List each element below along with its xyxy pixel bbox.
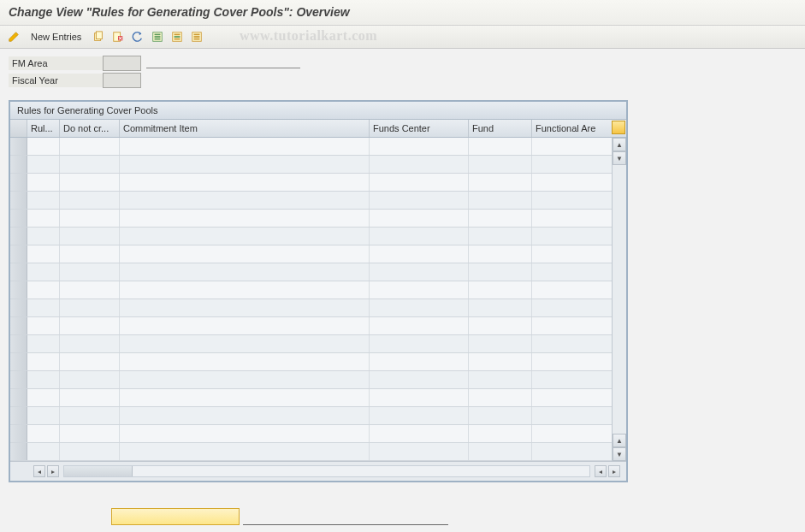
row-selector[interactable] — [10, 425, 27, 442]
col-commitment-item[interactable]: Commitment Item — [120, 120, 370, 137]
row-selector[interactable] — [10, 192, 27, 209]
copy-as-icon[interactable] — [90, 28, 107, 45]
title-bar: Change View "Rules for Generating Cover … — [0, 0, 805, 26]
hscroll-track-left[interactable] — [63, 465, 590, 477]
svg-rect-14 — [194, 36, 200, 38]
svg-rect-10 — [175, 36, 181, 38]
toolbar: New Entries www.tutorialkart.com — [0, 26, 805, 49]
svg-rect-6 — [155, 36, 161, 38]
svg-rect-5 — [155, 34, 161, 36]
table-row[interactable] — [10, 263, 612, 281]
scroll-first-icon[interactable]: ◂ — [33, 465, 45, 477]
configure-columns-icon[interactable] — [612, 121, 625, 134]
page-title: Change View "Rules for Generating Cover … — [9, 5, 350, 19]
table-row[interactable] — [10, 317, 612, 335]
table-row[interactable] — [10, 210, 612, 228]
content-area: FM Area Fiscal Year Rules for Generating… — [0, 49, 805, 532]
fiscal-year-input[interactable] — [103, 73, 141, 88]
row-selector[interactable] — [10, 138, 27, 155]
row-selector[interactable] — [10, 245, 27, 263]
table-row[interactable] — [10, 425, 612, 443]
fm-area-description — [146, 58, 300, 68]
row-selector-header — [10, 120, 27, 137]
scroll-left-icon[interactable]: ▸ — [47, 465, 59, 477]
row-selector[interactable] — [10, 299, 27, 316]
row-selector[interactable] — [10, 263, 27, 281]
grid-title: Rules for Generating Cover Pools — [10, 102, 626, 120]
rules-grid: Rules for Generating Cover Pools Rul... … — [9, 100, 628, 482]
table-row[interactable] — [10, 245, 612, 263]
delete-icon[interactable] — [110, 28, 127, 45]
scroll-track[interactable] — [613, 165, 626, 434]
fm-area-label: FM Area — [9, 56, 103, 70]
table-row[interactable] — [10, 335, 612, 353]
scroll-page-down-icon[interactable]: ▲ — [613, 434, 626, 447]
col-do-not-create[interactable]: Do not cr... — [60, 120, 120, 137]
position-input[interactable] — [111, 508, 240, 525]
table-row[interactable] — [10, 407, 612, 425]
horizontal-scrollbar: ◂ ▸ ◂ ▸ — [10, 461, 626, 481]
table-row[interactable] — [10, 353, 612, 371]
scroll-up-icon[interactable]: ▲ — [613, 138, 626, 151]
fm-area-row: FM Area — [9, 56, 796, 71]
row-selector[interactable] — [10, 174, 27, 191]
table-row[interactable] — [10, 156, 612, 174]
svg-rect-1 — [97, 32, 103, 39]
select-all-icon[interactable] — [149, 28, 166, 45]
col-fund[interactable]: Fund — [469, 120, 532, 137]
scroll-last-icon[interactable]: ▸ — [608, 465, 620, 477]
svg-rect-7 — [155, 38, 161, 40]
undo-change-icon[interactable] — [129, 28, 146, 45]
row-selector[interactable] — [10, 317, 27, 334]
fm-area-input[interactable] — [103, 56, 141, 71]
scroll-down-icon[interactable]: ▼ — [613, 447, 626, 461]
new-entries-button[interactable]: New Entries — [25, 29, 87, 44]
grid-rows — [10, 138, 612, 461]
vertical-scrollbar[interactable]: ▲ ▼ ▲ ▼ — [612, 138, 626, 461]
scroll-page-up-icon[interactable]: ▼ — [613, 151, 626, 165]
svg-rect-15 — [194, 38, 200, 40]
table-row[interactable] — [10, 281, 612, 299]
row-selector[interactable] — [10, 228, 27, 245]
svg-rect-9 — [175, 34, 181, 36]
row-selector[interactable] — [10, 407, 27, 424]
row-selector[interactable] — [10, 371, 27, 388]
table-row[interactable] — [10, 299, 612, 317]
row-selector[interactable] — [10, 389, 27, 406]
toggle-display-change-icon[interactable] — [5, 28, 22, 45]
col-rule[interactable]: Rul... — [27, 120, 60, 137]
col-funds-center[interactable]: Funds Center — [370, 120, 469, 137]
table-row[interactable] — [10, 174, 612, 192]
watermark: www.tutorialkart.com — [240, 28, 377, 44]
row-selector[interactable] — [10, 335, 27, 352]
table-row[interactable] — [10, 192, 612, 210]
grid-body: ▲ ▼ ▲ ▼ — [10, 138, 626, 461]
grid-header: Rul... Do not cr... Commitment Item Fund… — [10, 120, 626, 138]
table-row[interactable] — [10, 228, 612, 245]
row-selector[interactable] — [10, 443, 27, 460]
fiscal-year-row: Fiscal Year — [9, 73, 796, 88]
deselect-all-icon[interactable] — [188, 28, 205, 45]
scroll-right-icon[interactable]: ◂ — [595, 465, 607, 477]
position-field-row — [111, 508, 796, 525]
row-selector[interactable] — [10, 281, 27, 299]
select-block-icon[interactable] — [169, 28, 186, 45]
table-row[interactable] — [10, 389, 612, 407]
row-selector[interactable] — [10, 210, 27, 227]
table-row[interactable] — [10, 371, 612, 389]
row-selector[interactable] — [10, 353, 27, 370]
position-description — [243, 513, 448, 525]
col-functional-area[interactable]: Functional Are — [532, 120, 611, 137]
row-selector[interactable] — [10, 156, 27, 173]
table-row[interactable] — [10, 443, 612, 461]
fiscal-year-label: Fiscal Year — [9, 74, 103, 87]
svg-rect-11 — [175, 38, 181, 40]
table-row[interactable] — [10, 138, 612, 156]
svg-rect-13 — [194, 34, 200, 36]
